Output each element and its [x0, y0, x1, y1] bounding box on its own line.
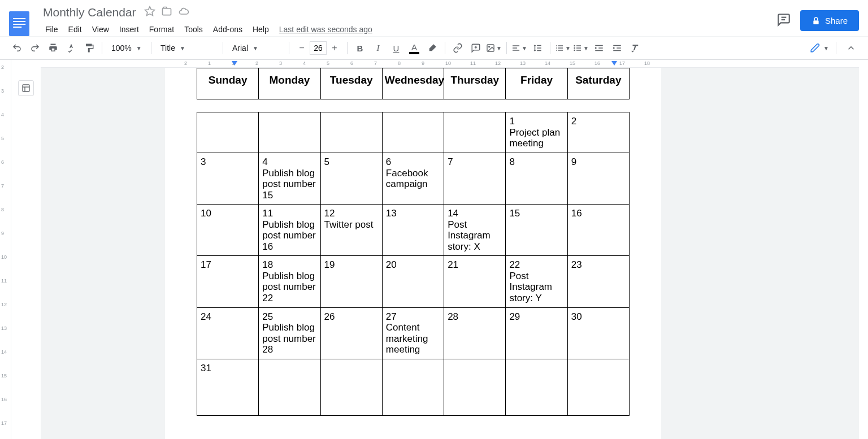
calendar-cell[interactable]: 29	[506, 307, 567, 359]
paint-format-button[interactable]	[81, 40, 97, 56]
day-header[interactable]: Tuesday	[320, 68, 382, 99]
calendar-cell[interactable]: 27Content marketing meeting	[382, 307, 444, 359]
line-spacing-button[interactable]	[530, 40, 545, 56]
calendar-cell[interactable]: 19	[320, 256, 382, 307]
calendar-cell[interactable]	[320, 112, 382, 153]
calendar-cell[interactable]: 21	[444, 256, 506, 307]
calendar-cell[interactable]: 13	[382, 205, 444, 256]
calendar-cell[interactable]	[506, 359, 567, 415]
docs-logo[interactable]	[9, 11, 29, 36]
last-edit-link[interactable]: Last edit was seconds ago	[275, 23, 377, 36]
calendar-cell[interactable]: 18Publish blog post number 22	[259, 256, 320, 307]
page[interactable]: SundayMondayTuesdayWednesdayThursdayFrid…	[165, 68, 661, 439]
calendar-cell[interactable]: 22Post Instagram story: Y	[506, 256, 567, 307]
link-button[interactable]	[450, 40, 466, 56]
move-icon[interactable]	[161, 6, 172, 19]
day-header[interactable]: Thursday	[444, 68, 506, 99]
bullet-list-button[interactable]: ▼	[573, 40, 589, 56]
calendar-cell[interactable]: 6Facebook campaign	[382, 153, 444, 205]
calendar-cell[interactable]: 23	[567, 256, 629, 307]
image-button[interactable]: ▼	[486, 40, 502, 56]
calendar-body[interactable]: 1Project plan meeting234Publish blog pos…	[197, 112, 630, 416]
calendar-cell[interactable]: 26	[320, 307, 382, 359]
comments-icon[interactable]	[776, 12, 791, 29]
calendar-cell[interactable]	[444, 359, 506, 415]
zoom-select[interactable]: 100%▼	[107, 41, 146, 55]
calendar-cell[interactable]	[320, 359, 382, 415]
add-comment-button[interactable]	[468, 40, 484, 56]
numbered-list-button[interactable]: ▼	[555, 40, 571, 56]
undo-button[interactable]	[9, 40, 25, 56]
clear-formatting-button[interactable]	[627, 40, 643, 56]
print-button[interactable]	[45, 40, 61, 56]
doc-title[interactable]: Monthly Calendar	[41, 5, 138, 20]
font-select[interactable]: Arial▼	[228, 41, 284, 55]
menu-format[interactable]: Format	[145, 23, 179, 36]
calendar-cell[interactable]: 16	[567, 205, 629, 256]
calendar-cell[interactable]	[259, 112, 320, 153]
paragraph-style-select[interactable]: Title▼	[156, 41, 218, 55]
calendar-cell[interactable]: 2	[567, 112, 629, 153]
editing-mode-button[interactable]: ▼	[810, 43, 829, 53]
calendar-cell[interactable]: 28	[444, 307, 506, 359]
calendar-cell[interactable]: 1Project plan meeting	[506, 112, 567, 153]
calendar-cell[interactable]: 25Publish blog post number 28	[259, 307, 320, 359]
increase-indent-button[interactable]	[609, 40, 625, 56]
bold-button[interactable]: B	[352, 40, 368, 56]
decrease-font-button[interactable]: −	[294, 40, 310, 56]
menu-add-ons[interactable]: Add-ons	[209, 23, 247, 36]
spellcheck-button[interactable]	[63, 40, 79, 56]
calendar-cell[interactable]: 11Publish blog post number 16	[259, 205, 320, 256]
text-color-button[interactable]: A	[406, 40, 422, 56]
increase-font-button[interactable]: +	[327, 40, 342, 56]
menu-help[interactable]: Help	[248, 23, 274, 36]
font-size-input[interactable]	[310, 41, 327, 55]
calendar-cell[interactable]: 5	[320, 153, 382, 205]
decrease-indent-button[interactable]	[591, 40, 607, 56]
calendar-cell[interactable]: 31	[197, 359, 259, 415]
redo-button[interactable]	[27, 40, 43, 56]
indent-marker[interactable]	[611, 61, 617, 66]
calendar-cell[interactable]	[567, 359, 629, 415]
menu-tools[interactable]: Tools	[180, 23, 207, 36]
star-icon[interactable]	[144, 6, 155, 19]
underline-button[interactable]: U	[388, 40, 404, 56]
calendar-cell[interactable]: 20	[382, 256, 444, 307]
calendar-cell[interactable]: 4Publish blog post number 15	[259, 153, 320, 205]
calendar-cell[interactable]: 9	[567, 153, 629, 205]
collapse-toolbar-button[interactable]	[843, 40, 859, 56]
calendar-cell[interactable]: 12Twitter post	[320, 205, 382, 256]
calendar-cell[interactable]: 17	[197, 256, 259, 307]
menu-file[interactable]: File	[41, 23, 63, 36]
day-header[interactable]: Monday	[259, 68, 320, 99]
outline-button[interactable]	[18, 80, 34, 96]
cloud-icon[interactable]	[178, 6, 189, 19]
menu-insert[interactable]: Insert	[115, 23, 144, 36]
menu-edit[interactable]: Edit	[64, 23, 86, 36]
calendar-cell[interactable]: 3	[197, 153, 259, 205]
calendar-cell[interactable]	[382, 112, 444, 153]
calendar-cell[interactable]: 8	[506, 153, 567, 205]
day-header[interactable]: Wednesday	[382, 68, 444, 99]
document-canvas[interactable]: SundayMondayTuesdayWednesdayThursdayFrid…	[41, 68, 859, 439]
calendar-cell[interactable]: 30	[567, 307, 629, 359]
italic-button[interactable]: I	[370, 40, 386, 56]
calendar-cell[interactable]	[259, 359, 320, 415]
calendar-cell[interactable]: 15	[506, 205, 567, 256]
day-header[interactable]: Saturday	[567, 68, 629, 99]
calendar-header[interactable]: SundayMondayTuesdayWednesdayThursdayFrid…	[197, 68, 630, 99]
indent-marker[interactable]	[232, 61, 237, 66]
calendar-cell[interactable]	[197, 112, 259, 153]
calendar-cell[interactable]	[444, 112, 506, 153]
day-header[interactable]: Sunday	[197, 68, 259, 99]
share-button[interactable]: Share	[800, 10, 859, 31]
calendar-cell[interactable]: 7	[444, 153, 506, 205]
calendar-cell[interactable]	[382, 359, 444, 415]
calendar-cell[interactable]: 24	[197, 307, 259, 359]
menu-view[interactable]: View	[88, 23, 114, 36]
highlight-button[interactable]	[424, 40, 440, 56]
day-header[interactable]: Friday	[506, 68, 567, 99]
align-button[interactable]: ▼	[511, 40, 527, 56]
calendar-cell[interactable]: 10	[197, 205, 259, 256]
calendar-cell[interactable]: 14Post Instagram story: X	[444, 205, 506, 256]
